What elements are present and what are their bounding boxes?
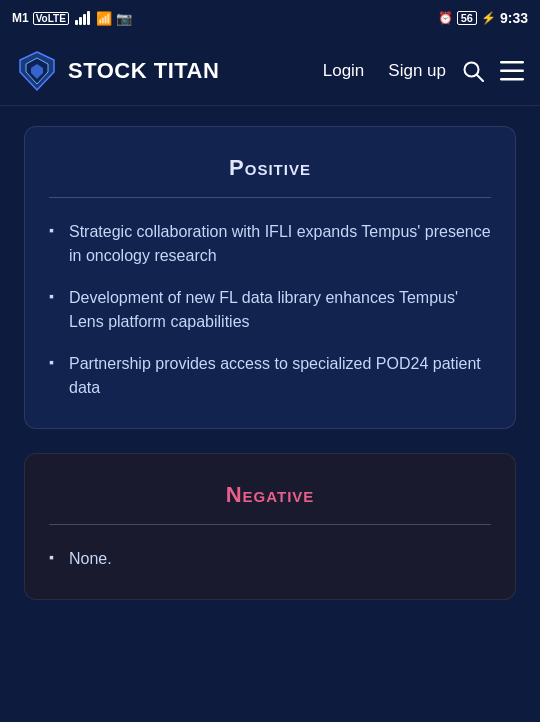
menu-button[interactable] (500, 61, 524, 81)
volte-badge: VoLTE (33, 12, 69, 25)
carrier-label: M1 (12, 11, 29, 25)
svg-line-4 (477, 75, 483, 81)
negative-card: Negative None. (24, 453, 516, 600)
signal-icon (75, 11, 90, 25)
svg-rect-7 (500, 78, 524, 81)
list-item: Partnership provides access to specializ… (49, 352, 491, 400)
negative-title: Negative (49, 482, 491, 508)
signup-link[interactable]: Sign up (388, 61, 446, 81)
positive-title: Positive (49, 155, 491, 181)
logo-icon (16, 50, 58, 92)
negative-divider (49, 524, 491, 525)
clock-label: 9:33 (500, 10, 528, 26)
status-left: M1 VoLTE 📶 📷 (12, 11, 132, 26)
charging-icon: ⚡ (481, 11, 496, 25)
nav-links: Login Sign up (323, 61, 446, 81)
logo-text: STOCK TITAN (68, 58, 219, 84)
battery-icon: 56 (457, 11, 477, 25)
positive-list: Strategic collaboration with IFLI expand… (49, 220, 491, 400)
negative-list: None. (49, 547, 491, 571)
navbar: STOCK TITAN Login Sign up (0, 36, 540, 106)
positive-divider (49, 197, 491, 198)
list-item: None. (49, 547, 491, 571)
instagram-icon: 📷 (116, 11, 132, 26)
wifi-icon: 📶 (96, 11, 112, 26)
status-right: ⏰ 56 ⚡ 9:33 (438, 10, 528, 26)
list-item: Strategic collaboration with IFLI expand… (49, 220, 491, 268)
search-icon (462, 60, 484, 82)
logo-area: STOCK TITAN (16, 50, 323, 92)
svg-rect-6 (500, 69, 524, 72)
hamburger-icon (500, 61, 524, 81)
positive-card: Positive Strategic collaboration with IF… (24, 126, 516, 429)
status-bar: M1 VoLTE 📶 📷 ⏰ 56 ⚡ 9:33 (0, 0, 540, 36)
alarm-icon: ⏰ (438, 11, 453, 25)
svg-rect-5 (500, 61, 524, 64)
main-content: Positive Strategic collaboration with IF… (0, 106, 540, 620)
nav-icons (462, 60, 524, 82)
login-link[interactable]: Login (323, 61, 365, 81)
list-item: Development of new FL data library enhan… (49, 286, 491, 334)
search-button[interactable] (462, 60, 484, 82)
